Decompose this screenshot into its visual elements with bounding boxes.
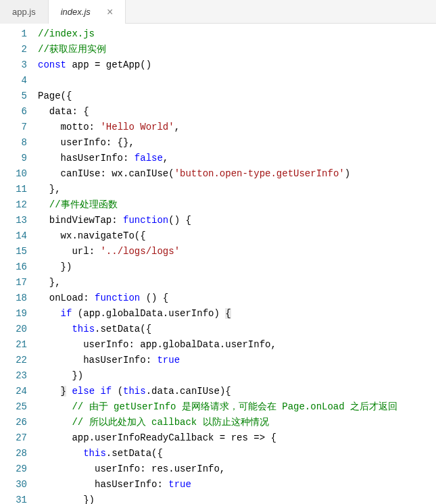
line-number: 25	[0, 399, 27, 415]
code-line[interactable]: const app = getApp()	[38, 57, 436, 73]
line-number: 13	[0, 213, 27, 228]
code-line[interactable]: })	[38, 493, 436, 504]
code-line[interactable]: //获取应用实例	[38, 42, 436, 57]
line-number-gutter: 1234567891011121314151617181920212223242…	[0, 24, 38, 504]
line-number: 5	[0, 89, 27, 104]
code-line[interactable]: userInfo: app.globalData.userInfo,	[38, 337, 436, 353]
code-line[interactable]: canIUse: wx.canIUse('button.open-type.ge…	[38, 166, 436, 182]
line-number: 19	[0, 306, 27, 322]
code-line[interactable]: hasUserInfo: true	[38, 477, 436, 493]
code-line[interactable]: wx.navigateTo({	[38, 228, 436, 244]
code-line[interactable]: hasUserInfo: false,	[38, 151, 436, 166]
close-icon[interactable]: ×	[107, 6, 113, 18]
code-line[interactable]: // 由于 getUserInfo 是网络请求，可能会在 Page.onLoad…	[38, 399, 436, 415]
code-line[interactable]: hasUserInfo: true	[38, 353, 436, 368]
code-line[interactable]: app.userInfoReadyCallback = res => {	[38, 430, 436, 446]
code-line[interactable]: },	[38, 275, 436, 291]
tab-bar: app.js index.js ×	[0, 0, 436, 24]
code-line[interactable]: motto: 'Hello World',	[38, 120, 436, 135]
line-number: 28	[0, 446, 27, 461]
line-number: 23	[0, 368, 27, 384]
code-line[interactable]: userInfo: {},	[38, 135, 436, 151]
code-editor[interactable]: 1234567891011121314151617181920212223242…	[0, 24, 436, 504]
line-number: 21	[0, 337, 27, 353]
line-number: 16	[0, 259, 27, 275]
code-line[interactable]: })	[38, 259, 436, 275]
line-number: 8	[0, 135, 27, 151]
tab-label: app.js	[12, 7, 36, 17]
code-line[interactable]: url: '../logs/logs'	[38, 244, 436, 259]
code-line[interactable]: this.setData({	[38, 322, 436, 337]
code-line[interactable]: },	[38, 182, 436, 197]
line-number: 18	[0, 291, 27, 306]
code-line[interactable]: data: {	[38, 104, 436, 120]
line-number: 20	[0, 322, 27, 337]
line-number: 2	[0, 42, 27, 57]
line-number: 10	[0, 166, 27, 182]
line-number: 17	[0, 275, 27, 291]
code-line[interactable]: //index.js	[38, 26, 436, 42]
code-line[interactable]	[38, 73, 436, 89]
line-number: 31	[0, 493, 27, 504]
tab-index-js[interactable]: index.js ×	[49, 0, 126, 24]
line-number: 12	[0, 197, 27, 213]
line-number: 11	[0, 182, 27, 197]
code-line[interactable]: Page({	[38, 89, 436, 104]
code-line[interactable]: // 所以此处加入 callback 以防止这种情况	[38, 415, 436, 430]
line-number: 1	[0, 26, 27, 42]
line-number: 7	[0, 120, 27, 135]
line-number: 14	[0, 228, 27, 244]
tab-label: index.js	[61, 7, 91, 17]
line-number: 3	[0, 57, 27, 73]
code-line[interactable]: bindViewTap: function() {	[38, 213, 436, 228]
line-number: 27	[0, 430, 27, 446]
line-number: 26	[0, 415, 27, 430]
code-line[interactable]: userInfo: res.userInfo,	[38, 461, 436, 477]
code-line[interactable]: this.setData({	[38, 446, 436, 461]
line-number: 29	[0, 461, 27, 477]
code-line[interactable]: //事件处理函数	[38, 197, 436, 213]
code-content[interactable]: //index.js//获取应用实例const app = getApp()Pa…	[38, 24, 436, 504]
line-number: 30	[0, 477, 27, 493]
line-number: 15	[0, 244, 27, 259]
code-line[interactable]: if (app.globalData.userInfo) {	[38, 306, 436, 322]
line-number: 22	[0, 353, 27, 368]
tab-app-js[interactable]: app.js	[0, 0, 49, 24]
line-number: 9	[0, 151, 27, 166]
code-line[interactable]: onLoad: function () {	[38, 291, 436, 306]
line-number: 4	[0, 73, 27, 89]
code-line[interactable]: } else if (this.data.canIUse){	[38, 384, 436, 399]
line-number: 24	[0, 384, 27, 399]
code-line[interactable]: })	[38, 368, 436, 384]
line-number: 6	[0, 104, 27, 120]
